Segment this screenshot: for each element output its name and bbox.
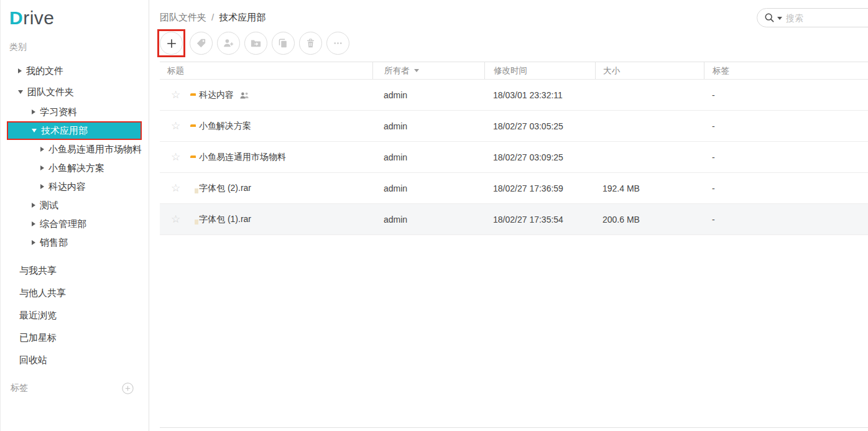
size-cell bbox=[595, 80, 704, 110]
more-icon bbox=[332, 37, 344, 49]
sidebar-item-sales-dept[interactable]: 销售部 bbox=[1, 233, 149, 252]
sidebar-item-label: 小鱼解决方案 bbox=[48, 162, 104, 174]
add-user-icon bbox=[223, 37, 234, 49]
more-button[interactable] bbox=[326, 32, 349, 55]
tags-cell: - bbox=[704, 142, 868, 172]
add-button[interactable] bbox=[160, 32, 183, 55]
chevron-right-icon bbox=[32, 203, 35, 208]
owner-cell: admin bbox=[372, 173, 484, 203]
sidebar-item-my-files[interactable]: 我的文件 bbox=[1, 60, 149, 81]
move-to-folder-icon bbox=[250, 37, 262, 49]
search-scope-caret-icon[interactable] bbox=[777, 17, 782, 20]
owner-cell: admin bbox=[372, 142, 484, 172]
column-header-owner[interactable]: 所有者 bbox=[372, 62, 484, 79]
sidebar-item-label: 团队文件夹 bbox=[27, 86, 74, 98]
annotation-box-add-button bbox=[157, 29, 185, 57]
sidebar-item-label: 销售部 bbox=[40, 237, 68, 249]
owner-cell: admin bbox=[372, 80, 484, 110]
move-to-folder-button[interactable] bbox=[244, 32, 267, 55]
tags-cell: - bbox=[704, 111, 868, 141]
tag-icon bbox=[195, 37, 207, 49]
tags-section-label: 标签 bbox=[11, 382, 28, 394]
table-row[interactable]: ☆ 字体包 (2).rar admin 18/02/27 17:36:59 19… bbox=[160, 173, 868, 204]
star-icon[interactable]: ☆ bbox=[171, 214, 181, 225]
size-cell bbox=[595, 142, 704, 172]
chevron-right-icon bbox=[18, 68, 22, 73]
chevron-right-icon bbox=[40, 147, 44, 152]
app-logo: Drive bbox=[1, 0, 149, 29]
modified-cell: 18/02/27 17:36:59 bbox=[484, 173, 595, 203]
sidebar-item-test[interactable]: 测试 bbox=[1, 196, 149, 215]
sidebar-item-starred[interactable]: 已加星标 bbox=[1, 327, 149, 349]
modified-cell: 18/02/27 17:35:54 bbox=[484, 204, 595, 234]
tags-section: 标签 bbox=[1, 379, 149, 397]
file-name[interactable]: 小鱼易连通用市场物料 bbox=[199, 152, 286, 163]
modified-cell: 18/03/01 23:32:11 bbox=[484, 80, 595, 110]
owner-cell: admin bbox=[372, 111, 484, 141]
tags-cell: - bbox=[704, 204, 868, 234]
main-content: 团队文件夹 / 技术应用部 标题 bbox=[149, 0, 868, 431]
sidebar-item-keda-content[interactable]: 科达内容 bbox=[1, 177, 149, 196]
breadcrumb-parent[interactable]: 团队文件夹 bbox=[160, 12, 206, 24]
chevron-right-icon bbox=[32, 240, 35, 245]
search-icon[interactable] bbox=[764, 12, 775, 23]
column-header-tags: 标签 bbox=[704, 62, 868, 79]
star-icon[interactable]: ☆ bbox=[171, 152, 181, 162]
file-name[interactable]: 科达内容 bbox=[199, 90, 234, 101]
sidebar-item-shared-with-me[interactable]: 与我共享 bbox=[1, 259, 149, 282]
add-user-button[interactable] bbox=[217, 32, 240, 55]
trash-icon bbox=[305, 37, 316, 49]
star-icon[interactable]: ☆ bbox=[171, 121, 181, 131]
copy-icon bbox=[277, 37, 289, 49]
column-header-size: 大小 bbox=[595, 62, 704, 79]
sidebar-item-general-management-dept[interactable]: 综合管理部 bbox=[1, 215, 149, 233]
table-row[interactable]: ☆ 科达内容 admin 18/03/01 23:32:11 - bbox=[160, 80, 868, 111]
chevron-right-icon bbox=[40, 165, 44, 170]
sidebar-item-xiaoyu-solutions[interactable]: 小鱼解决方案 bbox=[1, 159, 149, 177]
sidebar-item-shared-with-others[interactable]: 与他人共享 bbox=[1, 282, 149, 304]
sidebar-item-recycle-bin[interactable]: 回收站 bbox=[1, 349, 149, 371]
size-cell: 192.4 MB bbox=[595, 173, 704, 203]
breadcrumb-separator: / bbox=[211, 12, 214, 22]
sidebar-item-tech-application-dept-selected-annotated[interactable]: 技术应用部 bbox=[7, 121, 142, 140]
file-name[interactable]: 小鱼解决方案 bbox=[199, 121, 251, 132]
sidebar-item-xiaoyu-market-materials[interactable]: 小鱼易连通用市场物料 bbox=[1, 140, 149, 159]
sidebar: Drive 类别 我的文件 团队文件夹 学习资料 技术应用部 小鱼易连通用市场物… bbox=[0, 0, 149, 431]
sidebar-item-team-folders[interactable]: 团队文件夹 bbox=[1, 81, 149, 103]
circle-plus-icon[interactable] bbox=[122, 382, 134, 394]
search-box[interactable] bbox=[757, 8, 868, 27]
star-icon[interactable]: ☆ bbox=[171, 183, 181, 193]
category-section-label: 类别 bbox=[9, 42, 149, 53]
tags-cell: - bbox=[704, 80, 868, 110]
chevron-right-icon bbox=[40, 184, 44, 189]
sidebar-item-study-materials[interactable]: 学习资料 bbox=[1, 103, 149, 121]
toolbar bbox=[157, 29, 868, 57]
tags-cell: - bbox=[704, 173, 868, 203]
sidebar-item-label: 测试 bbox=[40, 200, 58, 211]
chevron-right-icon bbox=[32, 109, 35, 114]
copy-button[interactable] bbox=[272, 32, 295, 55]
table-row[interactable]: ☆ 小鱼解决方案 admin 18/02/27 03:05:25 - bbox=[160, 111, 868, 142]
table-row[interactable]: ☆ 字体包 (1).rar admin 18/02/27 17:35:54 20… bbox=[160, 204, 868, 235]
column-header-title: 标题 bbox=[160, 62, 372, 79]
modified-cell: 18/02/27 03:05:25 bbox=[484, 111, 595, 141]
table-row[interactable]: ☆ 小鱼易连通用市场物料 admin 18/02/27 03:09:25 - bbox=[160, 142, 868, 173]
search-input[interactable] bbox=[786, 13, 868, 23]
shared-users-icon bbox=[239, 91, 249, 99]
table-header-row: 标题 所有者 修改时间 大小 标签 bbox=[160, 62, 868, 80]
owner-cell: admin bbox=[372, 204, 484, 234]
file-name[interactable]: 字体包 (2).rar bbox=[199, 183, 251, 194]
sidebar-item-label: 学习资料 bbox=[40, 106, 77, 118]
sidebar-item-label: 技术应用部 bbox=[41, 125, 88, 137]
tag-button[interactable] bbox=[190, 32, 213, 55]
plus-icon bbox=[165, 37, 178, 50]
file-name[interactable]: 字体包 (1).rar bbox=[199, 214, 251, 225]
delete-button[interactable] bbox=[299, 32, 322, 55]
star-icon[interactable]: ☆ bbox=[171, 90, 181, 100]
sidebar-item-label: 我的文件 bbox=[26, 65, 63, 77]
column-header-modified: 修改时间 bbox=[484, 62, 595, 79]
sidebar-item-recently-viewed[interactable]: 最近浏览 bbox=[1, 304, 149, 327]
size-cell bbox=[595, 111, 704, 141]
sidebar-item-label: 小鱼易连通用市场物料 bbox=[48, 144, 142, 155]
modified-cell: 18/02/27 03:09:25 bbox=[484, 142, 595, 172]
